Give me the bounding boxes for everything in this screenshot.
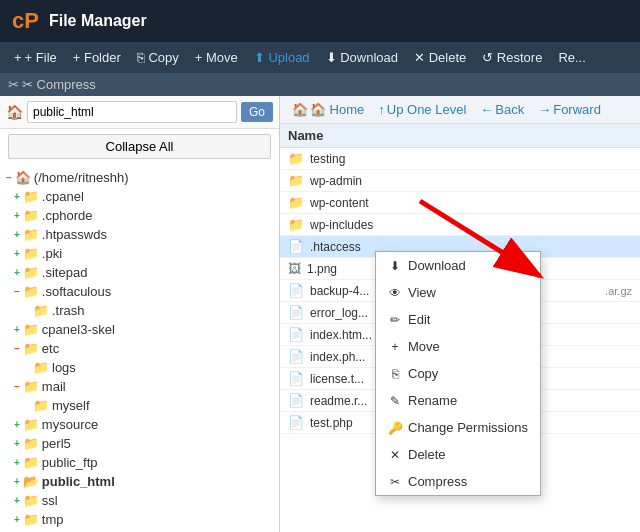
tree-item-label: public_html [42,474,115,489]
tree-item-cpanel3skel[interactable]: + 📁 cpanel3-skel [6,320,273,339]
file-row-wpincludes[interactable]: 📁 wp-includes [280,214,640,236]
compress-button[interactable]: ✂ ✂ Compress [8,77,96,92]
tree-item-cphorde[interactable]: + 📁 .cphorde [6,206,273,225]
tree-item-label: ssl [42,493,58,508]
up-level-button[interactable]: ↑ Up One Level [374,100,470,119]
folder-icon: 📁 [23,227,39,242]
back-icon: ← [480,102,493,117]
path-input[interactable] [27,101,237,123]
folder-icon: 📁 [33,398,49,413]
download-button[interactable]: ⬇ Download [320,47,404,68]
ctx-compress-item[interactable]: ✂ Compress [376,468,540,495]
download-icon: ⬇ [388,259,402,273]
go-button[interactable]: Go [241,102,273,122]
ctx-rename-item[interactable]: ✎ Rename [376,387,540,414]
file-row-testing[interactable]: 📁 testing [280,148,640,170]
tree-item-sitepad[interactable]: + 📁 .sitepad [6,263,273,282]
tree-item-cpanel[interactable]: + 📁 .cpanel [6,187,273,206]
tree-item-ssl[interactable]: + 📁 ssl [6,491,273,510]
ctx-download-item[interactable]: ⬇ Download [376,252,540,279]
move-button[interactable]: + Move [189,47,244,68]
php-icon: 📄 [288,415,304,430]
tree-item-label: .cpanel [42,189,84,204]
plus-icon: + [14,50,22,65]
copy-button[interactable]: ⎘ Copy [131,47,185,68]
root-folder-icon: 🏠 [15,170,31,185]
ctx-delete-item[interactable]: ✕ Delete [376,441,540,468]
tree-item-mysource[interactable]: + 📁 mysource [6,415,273,434]
ctx-view-item[interactable]: 👁 View [376,279,540,306]
folder-icon: 📁 [288,195,304,210]
plus-icon: + [14,514,20,525]
tree-item-logs[interactable]: 📁 logs [6,358,273,377]
folder-icon: 📁 [23,208,39,223]
tree-item-label: myself [52,398,90,413]
upload-button[interactable]: ⬆ Upload [248,47,316,68]
navigation-toolbar: 🏠 🏠 Home ↑ Up One Level ← Back → Forward [280,96,640,124]
tree-item-public-html[interactable]: + 📂 public_html [6,472,273,491]
compress-icon: ✂ [388,475,402,489]
tree-item-root[interactable]: − 🏠 (/home/ritneshh) [6,168,273,187]
folder-icon: 📁 [23,512,39,527]
folder-icon: 📁 [23,322,39,337]
folder-icon: 📁 [23,379,39,394]
tree-item-trash[interactable]: 📁 .trash [6,301,273,320]
ctx-permissions-item[interactable]: 🔑 Change Permissions [376,414,540,441]
tree-item-label: .sitepad [42,265,88,280]
folder-icon: 📁 [33,303,49,318]
folder-icon: 📁 [33,360,49,375]
folder-icon: 📁 [23,493,39,508]
file-icon: 📄 [288,305,304,320]
app-title: File Manager [49,12,147,30]
collapse-all-button[interactable]: Collapse All [8,134,271,159]
ctx-edit-item[interactable]: ✏ Edit [376,306,540,333]
ctx-move-item[interactable]: + Move [376,333,540,360]
tree-item-label: .htpasswds [42,227,107,242]
more-button[interactable]: Re... [552,47,591,68]
copy-icon: ⎘ [388,367,402,381]
main-toolbar: + + File + Folder ⎘ Copy + Move ⬆ Upload… [0,42,640,73]
folder-button[interactable]: + Folder [67,47,127,68]
minus-icon: − [14,286,20,297]
file-row-wpadmin[interactable]: 📁 wp-admin [280,170,640,192]
delete-button[interactable]: ✕ Delete [408,47,472,68]
home-nav-icon: 🏠 [292,102,308,117]
forward-icon: → [538,102,551,117]
tree-item-label: .trash [52,303,85,318]
php-icon: 📄 [288,349,304,364]
tree-item-mail[interactable]: − 📁 mail [6,377,273,396]
tree-item-label: (/home/ritneshh) [34,170,129,185]
tree-item-public-ftp[interactable]: + 📁 public_ftp [6,453,273,472]
forward-button[interactable]: → Forward [534,100,605,119]
plus-icon: + [14,476,20,487]
folder-icon: 📁 [288,151,304,166]
file-list-panel: 🏠 🏠 Home ↑ Up One Level ← Back → Forward… [280,96,640,532]
tree-item-myself[interactable]: 📁 myself [6,396,273,415]
home-icon: 🏠 [6,104,23,120]
back-button[interactable]: ← Back [476,100,528,119]
file-row-wpcontent[interactable]: 📁 wp-content [280,192,640,214]
folder-icon: 📁 [23,341,39,356]
tree-item-softaculous[interactable]: − 📁 .softaculous [6,282,273,301]
file-list-column-header: Name [280,124,640,148]
tree-item-pki[interactable]: + 📁 .pki [6,244,273,263]
ctx-copy-item[interactable]: ⎘ Copy [376,360,540,387]
permissions-icon: 🔑 [388,421,402,435]
tree-item-perl5[interactable]: + 📁 perl5 [6,434,273,453]
tree-item-tmp[interactable]: + 📁 tmp [6,510,273,529]
tree-item-label: mysource [42,417,98,432]
tree-item-htpasswds[interactable]: + 📁 .htpasswds [6,225,273,244]
folder-icon: 📁 [23,246,39,261]
home-nav-button[interactable]: 🏠 🏠 Home [288,100,368,119]
plus-icon: + [14,248,20,259]
folder-icon: 📁 [23,189,39,204]
tree-item-label: .cphorde [42,208,93,223]
restore-button[interactable]: ↺ Restore [476,47,548,68]
tree-item-label: etc [42,341,59,356]
tree-item-label: mail [42,379,66,394]
secondary-toolbar: ✂ ✂ Compress [0,73,640,96]
tree-item-etc[interactable]: − 📁 etc [6,339,273,358]
plus-icon: + [14,191,20,202]
minus-icon: − [6,172,12,183]
file-button[interactable]: + + File [8,47,63,68]
